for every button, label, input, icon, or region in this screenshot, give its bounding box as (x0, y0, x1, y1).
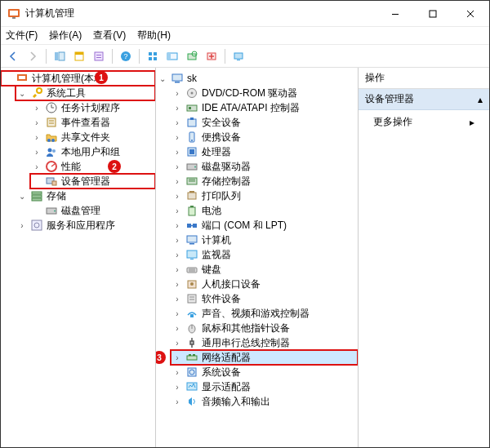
close-button[interactable] (452, 1, 489, 27)
chevron-right-icon[interactable]: › (172, 279, 182, 289)
chevron-right-icon[interactable]: › (172, 397, 182, 406)
device-category-15[interactable]: ›声音、视频和游戏控制器 (171, 306, 358, 321)
chevron-down-icon[interactable]: ⌄ (17, 88, 27, 98)
device-category-14[interactable]: ›软件设备 (171, 291, 358, 306)
chevron-right-icon[interactable]: › (172, 294, 182, 304)
device-category-12[interactable]: ›键盘 (171, 262, 358, 277)
chevron-right-icon: ▸ (470, 117, 474, 128)
minimize-button[interactable] (376, 1, 414, 27)
device-category-3[interactable]: ›便携设备 (171, 130, 358, 144)
menu-view[interactable]: 查看(V) (93, 29, 126, 42)
chevron-right-icon[interactable]: › (172, 191, 182, 201)
view-devices-by-connection-button[interactable] (163, 47, 181, 65)
chevron-right-icon[interactable]: › (172, 88, 182, 98)
tree-performance[interactable]: › 性能 (30, 159, 155, 174)
device-category-label: 声音、视频和游戏控制器 (202, 307, 310, 321)
chevron-right-icon[interactable]: › (172, 162, 182, 171)
chevron-right-icon[interactable]: › (32, 162, 42, 171)
device-category-10[interactable]: ›计算机 (171, 233, 358, 247)
device-category-label: 软件设备 (202, 292, 241, 306)
chevron-right-icon[interactable]: › (172, 308, 182, 318)
device-category-13[interactable]: ›人机接口设备 (171, 277, 358, 291)
processor-icon (185, 145, 198, 158)
chevron-right-icon[interactable]: › (172, 323, 182, 333)
chevron-right-icon[interactable]: › (32, 103, 42, 113)
chevron-right-icon[interactable]: › (172, 206, 182, 215)
device-category-8[interactable]: ›电池 (171, 203, 358, 218)
menu-action[interactable]: 操作(A) (49, 29, 82, 42)
system-device-icon (185, 366, 198, 379)
left-nav-tree[interactable]: ▶ 计算机管理(本地 1 ⌄ 系统工具 › (1, 68, 156, 447)
chevron-right-icon[interactable]: › (172, 367, 182, 377)
chevron-right-icon[interactable]: › (172, 118, 182, 127)
device-category-20[interactable]: ›显示适配器 (171, 379, 358, 394)
chevron-right-icon[interactable]: › (172, 264, 182, 274)
tree-task-scheduler[interactable]: › 任务计划程序 (30, 100, 155, 115)
view-devices-by-type-button[interactable] (144, 47, 162, 65)
device-category-19[interactable]: ›系统设备 (171, 365, 358, 379)
chevron-right-icon[interactable]: › (172, 103, 182, 113)
device-category-11[interactable]: ›监视器 (171, 247, 358, 262)
tree-root-computer-management[interactable]: ▶ 计算机管理(本地 (1, 71, 155, 86)
device-category-label: 打印队列 (202, 189, 241, 203)
tree-disk-management[interactable]: › 磁盘管理 (30, 203, 155, 218)
device-category-6[interactable]: ›存储控制器 (171, 174, 358, 189)
chevron-right-icon[interactable]: › (172, 235, 182, 245)
tree-system-tools[interactable]: ⌄ 系统工具 (16, 86, 155, 100)
device-root[interactable]: ⌄ sk (156, 71, 358, 86)
nav-fwd-button[interactable] (24, 47, 42, 65)
properties-button[interactable] (70, 47, 88, 65)
scan-hardware-button[interactable] (183, 47, 201, 65)
chevron-down-icon[interactable]: ⌄ (17, 191, 27, 201)
tree-storage[interactable]: ⌄ 存储 (16, 189, 155, 203)
menu-help[interactable]: 帮助(H) (137, 29, 171, 42)
chevron-right-icon[interactable]: › (172, 353, 182, 362)
device-category-2[interactable]: ›安全设备 (171, 115, 358, 130)
menu-file[interactable]: 文件(F) (6, 29, 38, 42)
maximize-button[interactable] (414, 1, 452, 27)
chevron-right-icon[interactable]: › (172, 220, 182, 230)
tree-local-users[interactable]: › 本地用户和组 (30, 144, 155, 159)
monitor-icon-button[interactable] (229, 47, 247, 65)
svg-rect-8 (59, 52, 65, 60)
device-category-7[interactable]: ›打印队列 (171, 189, 358, 203)
device-category-18[interactable]: ›网络适配器 (171, 350, 358, 365)
device-category-5[interactable]: ›磁盘驱动器 (171, 159, 358, 174)
tree-event-viewer[interactable]: › 事件查看器 (30, 115, 155, 130)
help-button[interactable]: ? (117, 47, 135, 65)
actions-section-device-manager[interactable]: 设备管理器 ▴ (359, 89, 489, 110)
chevron-right-icon[interactable]: › (172, 176, 182, 186)
export-list-button[interactable] (90, 47, 108, 65)
sound-controller-icon (185, 307, 198, 320)
device-category-9[interactable]: ›端口 (COM 和 LPT) (171, 218, 358, 233)
device-category-21[interactable]: ›音频输入和输出 (171, 394, 358, 409)
chevron-right-icon[interactable]: › (17, 220, 27, 230)
svg-rect-46 (32, 192, 42, 194)
tree-services-apps[interactable]: › 服务和应用程序 (16, 218, 155, 233)
chevron-right-icon[interactable]: › (172, 147, 182, 157)
chevron-right-icon[interactable]: › (172, 338, 182, 348)
chevron-right-icon[interactable]: › (172, 250, 182, 259)
actions-more[interactable]: 更多操作 ▸ (359, 110, 489, 134)
device-category-4[interactable]: ›处理器 (171, 144, 358, 159)
toolbar: ? (1, 45, 489, 68)
svg-point-66 (194, 166, 196, 168)
chevron-down-icon[interactable]: ⌄ (158, 73, 167, 83)
device-category-label: 存储控制器 (202, 175, 251, 189)
device-tree-pane[interactable]: ⌄ sk ›DVD/CD-ROM 驱动器›IDE ATA/ATAPI 控制器›安… (156, 68, 359, 447)
device-category-17[interactable]: ›通用串行总线控制器 (171, 335, 358, 350)
tree-shared-folders[interactable]: › 共享文件夹 (30, 130, 155, 144)
device-category-0[interactable]: ›DVD/CD-ROM 驱动器 (171, 86, 358, 100)
device-category-label: 安全设备 (202, 116, 241, 130)
device-category-16[interactable]: ›鼠标和其他指针设备 (171, 321, 358, 335)
chevron-right-icon[interactable]: › (172, 132, 182, 142)
chevron-right-icon[interactable]: › (32, 132, 42, 142)
show-hide-tree-button[interactable] (51, 47, 69, 65)
nav-back-button[interactable] (4, 47, 22, 65)
add-hardware-button[interactable] (203, 47, 220, 65)
chevron-right-icon[interactable]: › (32, 118, 42, 127)
chevron-right-icon[interactable]: › (172, 382, 182, 392)
device-category-1[interactable]: ›IDE ATA/ATAPI 控制器 (171, 100, 358, 115)
chevron-right-icon[interactable]: › (32, 147, 42, 157)
tree-device-manager[interactable]: › 设备管理器 (30, 174, 155, 189)
